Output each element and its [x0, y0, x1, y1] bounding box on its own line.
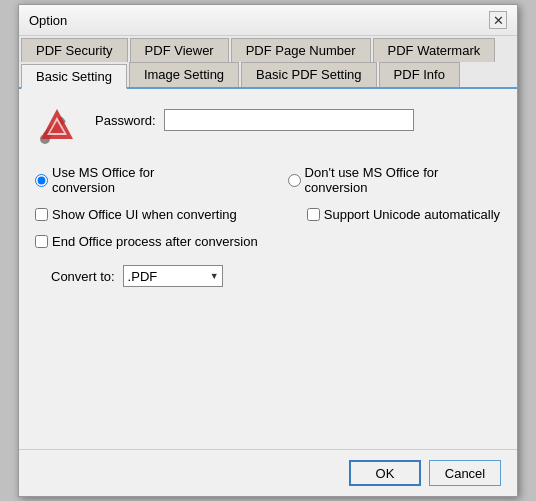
footer: OK Cancel	[19, 449, 517, 496]
radio-no-ms-office[interactable]: Don't use MS Office for conversion	[288, 165, 501, 195]
dialog: Option ✕ PDF Security PDF Viewer PDF Pag…	[18, 4, 518, 497]
password-input[interactable]	[164, 109, 414, 131]
tab-pdf-security[interactable]: PDF Security	[21, 38, 128, 62]
title-bar: Option ✕	[19, 5, 517, 36]
checkbox-end-office-process[interactable]: End Office process after conversion	[35, 234, 258, 249]
tab-basic-setting[interactable]: Basic Setting	[21, 64, 127, 89]
convert-label: Convert to:	[51, 269, 115, 284]
checkbox-row-1: Show Office UI when converting Support U…	[35, 207, 501, 222]
checkbox-support-unicode-input[interactable]	[307, 208, 320, 221]
checkbox-show-office-ui-input[interactable]	[35, 208, 48, 221]
password-label: Password:	[95, 113, 156, 128]
close-button[interactable]: ✕	[489, 11, 507, 29]
radio-use-ms-office[interactable]: Use MS Office for conversion	[35, 165, 218, 195]
checkbox-support-unicode[interactable]: Support Unicode automatically	[307, 207, 500, 222]
cancel-button[interactable]: Cancel	[429, 460, 501, 486]
tab-pdf-viewer[interactable]: PDF Viewer	[130, 38, 229, 62]
content-area: Password: Use MS Office for conversion D…	[19, 89, 517, 449]
tab-row-1: PDF Security PDF Viewer PDF Page Number …	[19, 36, 517, 62]
radio-use-ms-office-input[interactable]	[35, 174, 48, 187]
tab-pdf-info[interactable]: PDF Info	[379, 62, 460, 87]
convert-row: Convert to: .PDF .DOCX .XLS	[51, 265, 501, 287]
convert-select[interactable]: .PDF .DOCX .XLS	[123, 265, 223, 287]
tab-basic-pdf-setting[interactable]: Basic PDF Setting	[241, 62, 377, 87]
tab-row-2: Basic Setting Image Setting Basic PDF Se…	[19, 62, 517, 89]
radio-row: Use MS Office for conversion Don't use M…	[35, 165, 501, 195]
icon-password-area: Password:	[35, 103, 501, 151]
checkbox-show-office-ui[interactable]: Show Office UI when converting	[35, 207, 237, 222]
tab-image-setting[interactable]: Image Setting	[129, 62, 239, 87]
tab-pdf-page-number[interactable]: PDF Page Number	[231, 38, 371, 62]
convert-select-wrapper: .PDF .DOCX .XLS	[123, 265, 223, 287]
password-section: Password:	[95, 109, 414, 131]
dialog-title: Option	[29, 13, 67, 28]
close-icon: ✕	[493, 13, 504, 28]
checkbox-end-office-process-input[interactable]	[35, 235, 48, 248]
checkbox-row-2: End Office process after conversion	[35, 234, 501, 249]
ok-button[interactable]: OK	[349, 460, 421, 486]
tool-icon	[35, 103, 83, 151]
tab-pdf-watermark[interactable]: PDF Watermark	[373, 38, 496, 62]
radio-no-ms-office-input[interactable]	[288, 174, 301, 187]
